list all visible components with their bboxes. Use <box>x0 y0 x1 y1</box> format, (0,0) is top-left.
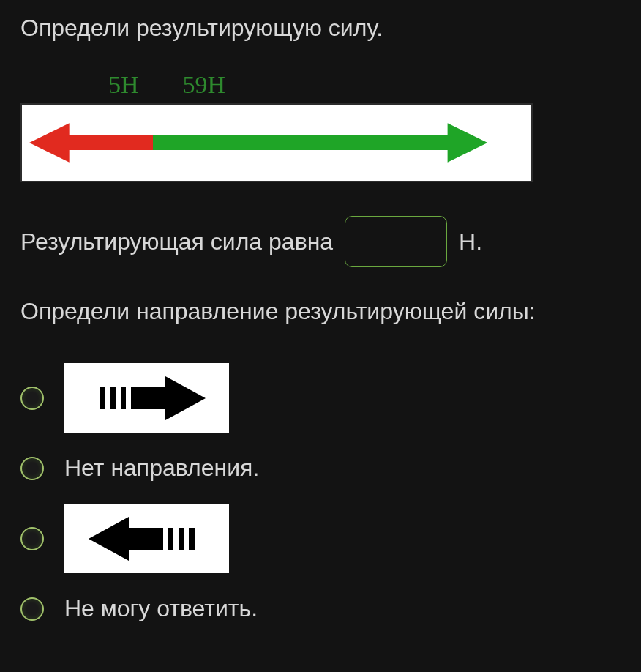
svg-rect-7 <box>163 528 168 550</box>
radio-right[interactable] <box>20 387 44 410</box>
svg-marker-4 <box>89 517 195 561</box>
option-left <box>20 504 621 573</box>
question-prompt: Определи результирующую силу. <box>20 15 621 42</box>
option-dunno-label: Не могу ответить. <box>64 595 258 622</box>
svg-rect-6 <box>173 528 179 550</box>
svg-marker-0 <box>100 376 206 420</box>
svg-rect-1 <box>105 387 110 409</box>
right-arrow-shape <box>153 123 487 163</box>
direction-options: Нет направления. Не могу ответить. <box>20 363 621 622</box>
option-right <box>20 363 621 433</box>
resultant-force-input[interactable] <box>345 216 447 267</box>
arrow-right-icon <box>85 373 209 424</box>
force-left-label: 5Н <box>108 71 139 99</box>
force-right-label: 59Н <box>183 71 226 99</box>
arrow-right-thumb <box>64 363 229 433</box>
arrow-left-icon <box>85 513 209 564</box>
answer-unit: Н. <box>459 228 482 255</box>
direction-prompt: Определи направление результирующей силы… <box>20 298 621 325</box>
force-diagram <box>20 103 533 182</box>
radio-none[interactable] <box>20 457 44 480</box>
svg-rect-2 <box>116 387 121 409</box>
svg-rect-3 <box>126 387 131 409</box>
option-none: Нет направления. <box>20 455 621 482</box>
radio-dunno[interactable] <box>20 597 44 621</box>
option-none-label: Нет направления. <box>64 455 259 482</box>
force-labels: 5Н 59Н <box>108 71 621 99</box>
answer-label-before: Результирующая сила равна <box>20 228 333 255</box>
arrow-left-thumb <box>64 504 229 573</box>
answer-row: Результирующая сила равна Н. <box>20 216 621 267</box>
svg-rect-5 <box>184 528 189 550</box>
radio-left[interactable] <box>20 527 44 550</box>
force-arrows-svg <box>29 117 524 168</box>
left-arrow-shape <box>29 123 153 163</box>
option-dunno: Не могу ответить. <box>20 595 621 622</box>
